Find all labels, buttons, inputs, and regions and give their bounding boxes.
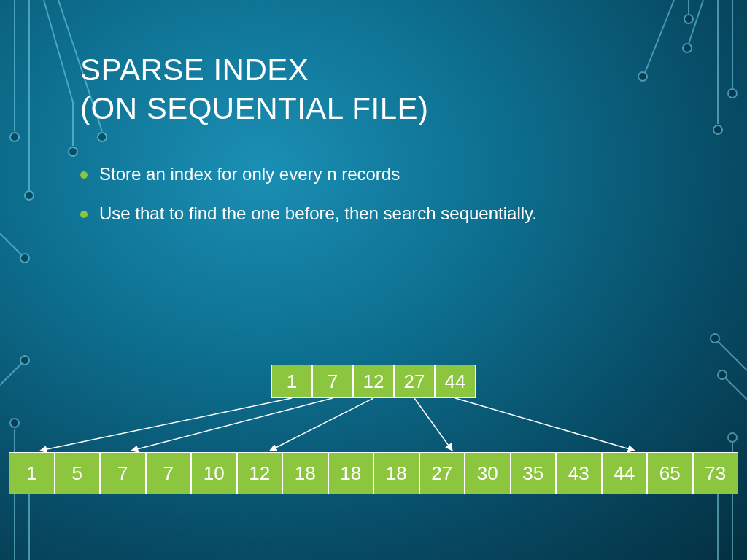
svg-line-38 [414,398,452,451]
svg-line-36 [131,398,333,451]
circuit-deco-bottom-right [616,298,747,560]
svg-point-14 [713,125,722,134]
bullet-item: Use that to find the one before, then se… [80,203,664,224]
data-cell: 65 [647,452,693,494]
circuit-deco-top-left [0,0,160,306]
svg-line-37 [270,398,374,451]
index-cell: 1 [271,365,312,398]
svg-point-12 [728,89,737,98]
index-cell: 7 [312,365,353,398]
index-cell: 44 [435,365,476,398]
data-cell: 18 [282,452,328,494]
slide-title: SPARSE INDEX (ON SEQUENTIAL FILE) [80,51,429,128]
data-cell: 1 [9,452,55,494]
data-cell: 18 [374,452,419,494]
data-cell: 5 [55,452,101,494]
data-cell: 27 [419,452,465,494]
bullet-item: Store an index for only every n records [80,164,664,184]
svg-line-25 [0,363,22,385]
svg-point-20 [684,15,693,23]
svg-point-22 [10,419,19,427]
svg-line-4 [44,0,73,102]
svg-line-31 [718,341,747,370]
data-cell: 7 [100,452,146,494]
svg-point-18 [638,72,647,81]
svg-point-34 [718,370,727,379]
data-row: 1 5 7 7 10 12 18 18 18 27 30 35 43 44 65… [9,452,738,494]
title-line-2: (ON SEQUENTIAL FILE) [80,91,429,125]
svg-point-6 [69,147,77,156]
svg-line-9 [0,233,22,255]
svg-line-17 [645,0,674,73]
data-cell: 44 [602,452,648,494]
svg-line-39 [455,398,635,451]
bullet-list: Store an index for only every n records … [80,164,664,243]
svg-point-28 [728,433,737,442]
svg-point-1 [10,133,19,141]
data-cell: 10 [191,452,237,494]
index-cell: 12 [353,365,394,398]
title-line-1: SPARSE INDEX [80,52,309,87]
index-row: 1 7 12 27 44 [271,365,476,398]
svg-point-16 [683,44,692,52]
index-cell: 27 [394,365,435,398]
data-cell: 43 [556,452,602,494]
data-cell: 73 [693,452,739,494]
data-cell: 12 [237,452,283,494]
circuit-deco-bottom-left [0,341,88,560]
svg-point-8 [98,133,107,141]
svg-point-32 [711,334,719,343]
svg-point-10 [20,254,29,262]
data-cell: 30 [465,452,511,494]
slide: SPARSE INDEX (ON SEQUENTIAL FILE) Store … [0,0,747,560]
data-cell: 7 [146,452,192,494]
svg-point-26 [20,356,29,365]
svg-line-33 [725,378,747,400]
svg-point-3 [25,191,34,200]
data-cell: 35 [511,452,557,494]
data-cell: 18 [328,452,374,494]
